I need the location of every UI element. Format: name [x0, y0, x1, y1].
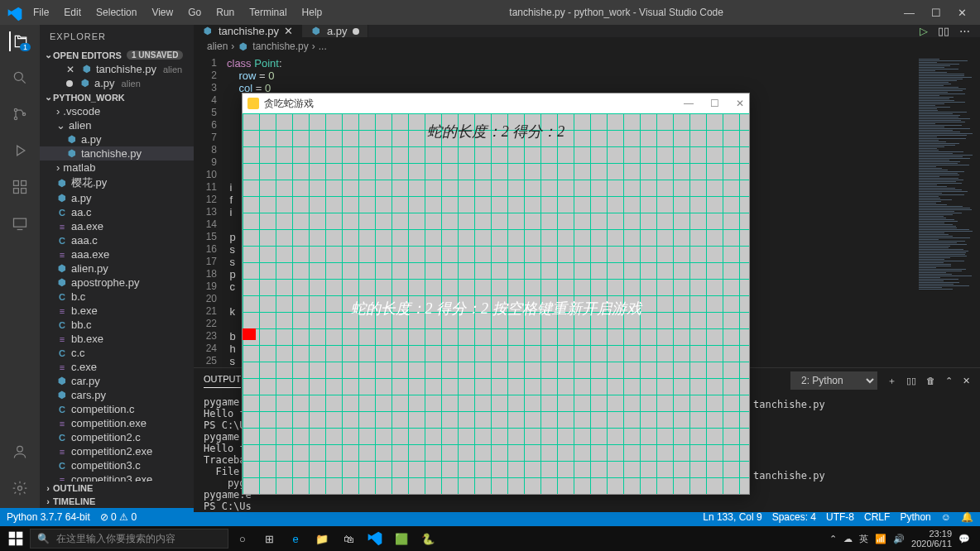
close-button[interactable]: ✕ [958, 7, 967, 19]
file-item[interactable]: ⬢樱花.py [40, 175, 194, 191]
menu-file[interactable]: File [26, 3, 55, 22]
pycharm-icon[interactable]: 🐍 [416, 526, 440, 551]
breadcrumb[interactable]: alien › ⬢ tanchishe.py › ... [194, 37, 980, 55]
file-item[interactable]: ≡competition.exe [40, 416, 194, 430]
taskbar-clock[interactable]: 23:19 2020/6/11 [911, 529, 952, 549]
store-icon[interactable]: 🛍 [336, 526, 361, 551]
file-item[interactable]: ≡competition3.exe [40, 472, 194, 482]
breadcrumb-item[interactable]: tanchishe.py [252, 41, 308, 52]
settings-gear-icon[interactable] [10, 478, 30, 498]
vscode-taskbar-icon[interactable] [363, 526, 387, 551]
file-item[interactable]: ≡competition2.exe [40, 444, 194, 458]
editor-tab[interactable]: ⬢ a.py [302, 25, 368, 37]
eol[interactable]: CRLF [864, 511, 890, 523]
folder-item[interactable]: ⌄alien [40, 118, 194, 132]
split-panel-icon[interactable]: ▯▯ [906, 376, 916, 386]
file-item[interactable]: ⬢a.py [40, 191, 194, 205]
outline-header[interactable]: ›OUTLINE [40, 482, 194, 495]
menu-view[interactable]: View [145, 3, 180, 22]
add-icon[interactable]: ＋ [887, 375, 896, 387]
extensions-icon[interactable] [10, 177, 30, 197]
file-item[interactable]: Ccompetition.c [40, 402, 194, 416]
run-debug-icon[interactable] [10, 141, 30, 161]
source-control-icon[interactable] [10, 104, 30, 124]
file-item[interactable]: Ccompetition3.c [40, 458, 194, 472]
folder-item[interactable]: ›.vscode [40, 104, 194, 118]
tray-chevron-icon[interactable]: ⌃ [829, 534, 837, 544]
breadcrumb-item[interactable]: alien [207, 41, 228, 52]
python-version[interactable]: Python 3.7.7 64-bit [7, 511, 90, 523]
pygame-canvas[interactable]: 蛇的长度：2 得分：2 蛇的长度：2 得分：2 按空格键重新开启游戏 [243, 113, 749, 494]
language-mode[interactable]: Python [900, 511, 930, 523]
split-editor-icon[interactable]: ▯▯ [938, 25, 949, 37]
notifications-center-icon[interactable]: 💬 [958, 534, 970, 544]
file-item[interactable]: ⬢alien.py [40, 261, 194, 276]
editor-tab[interactable]: ⬢ tanchishe.py ✕ [194, 25, 302, 37]
pygame-maximize-icon[interactable]: ☐ [710, 98, 719, 109]
menu-selection[interactable]: Selection [89, 3, 143, 22]
encoding[interactable]: UTF-8 [826, 511, 854, 523]
more-icon[interactable]: ⋯ [959, 25, 970, 37]
panel-tab-output[interactable]: OUTPUT [204, 374, 241, 388]
indentation[interactable]: Spaces: 4 [772, 511, 816, 523]
file-item[interactable]: ⬢cars.py [40, 388, 194, 402]
cortana-icon[interactable]: ○ [230, 526, 255, 551]
folder-item[interactable]: ›matlab [40, 161, 194, 175]
problems-count[interactable]: ⊘ 0 ⚠ 0 [100, 511, 137, 523]
pygame-minimize-icon[interactable]: — [684, 98, 694, 109]
feedback-icon[interactable]: ☺ [941, 511, 951, 523]
notifications-icon[interactable]: 🔔 [961, 511, 973, 523]
file-item[interactable]: ⬢car.py [40, 374, 194, 388]
file-item[interactable]: Cbb.c [40, 318, 194, 332]
close-panel-icon[interactable]: ✕ [963, 376, 970, 386]
file-item[interactable]: ≡bb.exe [40, 332, 194, 346]
chevron-up-icon[interactable]: ⌃ [945, 376, 953, 386]
file-item[interactable]: ⬢a.py [40, 132, 194, 146]
accounts-icon[interactable] [10, 442, 30, 462]
breadcrumb-item[interactable]: ... [319, 41, 327, 52]
menu-edit[interactable]: Edit [57, 3, 88, 22]
taskbar-search[interactable]: 🔍 在这里输入你要搜索的内容 [30, 529, 228, 549]
maximize-button[interactable]: ☐ [931, 7, 941, 19]
file-item[interactable]: Cb.c [40, 290, 194, 304]
search-icon[interactable] [10, 68, 30, 88]
file-item[interactable]: ≡aaa.exe [40, 247, 194, 261]
cursor-position[interactable]: Ln 133, Col 9 [703, 511, 761, 523]
volume-icon[interactable]: 🔊 [893, 534, 905, 544]
remote-icon[interactable] [10, 213, 30, 233]
file-item[interactable]: Caa.c [40, 205, 194, 219]
file-item[interactable]: ≡b.exe [40, 304, 194, 318]
file-item[interactable]: ⬢apostrophe.py [40, 276, 194, 290]
file-item[interactable]: ⬢tanchishe.py [40, 146, 194, 161]
file-item[interactable]: ≡c.exe [40, 360, 194, 374]
menu-run[interactable]: Run [209, 3, 241, 22]
timeline-header[interactable]: ›TIMELINE [40, 495, 194, 508]
app-icon[interactable]: 🟩 [389, 526, 414, 551]
menu-help[interactable]: Help [295, 3, 329, 22]
pygame-titlebar[interactable]: 贪吃蛇游戏 — ☐ ✕ [243, 93, 749, 113]
trash-icon[interactable]: 🗑 [926, 376, 935, 386]
close-icon[interactable]: ✕ [66, 64, 74, 75]
pygame-window[interactable]: 贪吃蛇游戏 — ☐ ✕ 蛇的长度：2 得分：2 蛇的长度：2 得分：2 按空格键… [242, 93, 750, 495]
edge-icon[interactable]: e [283, 526, 308, 551]
output-channel-select[interactable]: 2: Python [790, 371, 877, 390]
file-explorer-icon[interactable]: 📁 [310, 526, 334, 551]
network-icon[interactable]: 📶 [875, 534, 886, 544]
open-editors-header[interactable]: ⌄ OPEN EDITORS 1 UNSAVED [40, 48, 194, 62]
minimap[interactable] [914, 55, 980, 367]
file-item[interactable]: ≡aa.exe [40, 219, 194, 233]
pygame-close-icon[interactable]: ✕ [736, 98, 744, 109]
input-method-icon[interactable]: 英 [859, 533, 868, 545]
workspace-header[interactable]: ⌄ PYTHON_WORK [40, 90, 194, 104]
onedrive-icon[interactable]: ☁ [843, 534, 853, 544]
minimize-button[interactable]: — [904, 7, 915, 19]
file-item[interactable]: Ccompetition2.c [40, 430, 194, 444]
menu-terminal[interactable]: Terminal [243, 3, 293, 22]
start-button[interactable] [3, 530, 28, 547]
run-icon[interactable]: ▷ [920, 25, 928, 37]
task-view-icon[interactable]: ⊞ [257, 526, 281, 551]
file-item[interactable]: Cc.c [40, 346, 194, 360]
file-item[interactable]: Caaa.c [40, 233, 194, 247]
open-editor-item[interactable]: ✕ ⬢ tanchishe.py alien [40, 62, 194, 76]
menu-go[interactable]: Go [181, 3, 208, 22]
